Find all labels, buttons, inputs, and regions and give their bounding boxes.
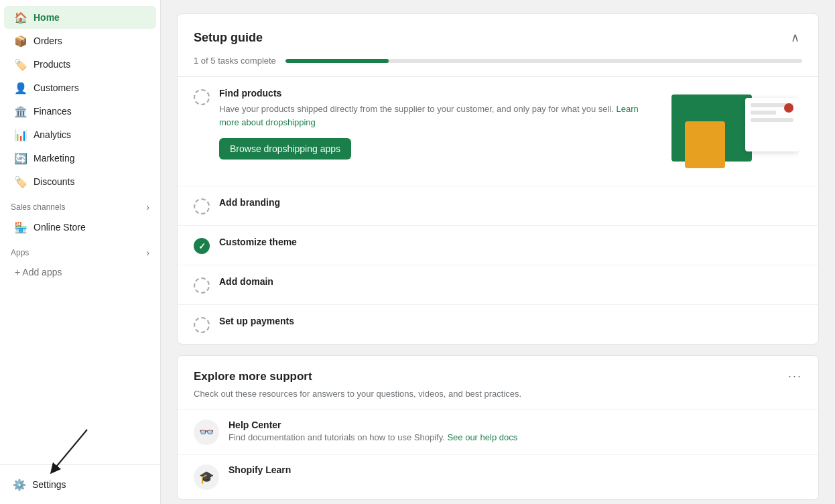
sidebar-item-discounts[interactable]: 🏷️ Discounts [4,170,156,193]
illus-box [685,121,725,168]
explore-support-card: Explore more support ··· Check out these… [177,355,819,500]
marketing-icon: 🔄 [15,152,27,164]
task-find-products-title: Find products [219,88,659,99]
settings-icon: ⚙️ [13,479,25,491]
explore-support-subtitle: Check out these resources for answers to… [178,389,818,410]
sidebar-item-orders-label: Orders [34,36,62,46]
task-add-branding[interactable]: Add branding [178,186,818,226]
sidebar-item-products-label: Products [34,59,70,70]
task-find-products[interactable]: Find products Have your products shipped… [178,77,818,186]
task-find-products-content: Find products Have your products shipped… [219,88,659,160]
task-find-products-desc: Have your products shipped directly from… [219,103,659,129]
sidebar-item-discounts-label: Discounts [34,176,74,187]
shopify-learn-title: Shopify Learn [229,464,291,475]
sidebar-item-finances-label: Finances [34,106,72,117]
task-set-up-payments-title: Set up payments [219,316,294,326]
add-apps-label: + Add apps [15,267,62,277]
customers-icon: 👤 [15,82,27,94]
sidebar-item-analytics-label: Analytics [34,129,71,140]
sidebar-item-settings[interactable]: ⚙️ Settings [11,473,149,496]
apps-chevron: › [146,247,149,258]
sidebar-item-customers[interactable]: 👤 Customers [4,76,156,99]
analytics-icon: 📊 [15,129,27,141]
task-circle-domain [194,277,210,294]
sales-channels-section[interactable]: Sales channels › [0,194,160,215]
tasks-list: Find products Have your products shipped… [178,77,818,344]
home-icon: 🏠 [15,11,27,23]
illus-card [745,98,799,151]
help-center-content: Help Center Find documentation and tutor… [229,420,517,442]
help-center-desc: Find documentation and tutorials on how … [229,432,517,442]
sidebar-footer: ⚙️ Settings [0,464,160,504]
task-circle-theme [194,238,210,254]
sidebar-item-add-apps[interactable]: + Add apps [4,261,156,283]
task-circle-payments [194,317,210,333]
support-item-shopify-learn[interactable]: 🎓 Shopify Learn [178,454,818,499]
explore-more-options-button[interactable]: ··· [788,369,802,383]
task-customize-theme-title: Customize theme [219,237,297,247]
sidebar-item-customers-label: Customers [34,82,79,93]
main-content: Setup guide ∧ 1 of 5 tasks complete Find… [161,0,835,504]
shopify-learn-content: Shopify Learn [229,464,291,477]
explore-support-title: Explore more support [194,370,312,383]
sidebar-item-home[interactable]: 🏠 Home [4,6,156,29]
illus-line-3 [751,118,793,122]
collapse-button[interactable]: ∧ [788,27,802,48]
sidebar-item-home-label: Home [34,12,60,23]
shopify-learn-icon: 🎓 [194,464,219,490]
sales-channels-chevron: › [146,202,149,212]
sidebar-item-marketing[interactable]: 🔄 Marketing [4,147,156,170]
sidebar-item-analytics[interactable]: 📊 Analytics [4,123,156,146]
task-add-domain[interactable]: Add domain [178,265,818,305]
apps-section[interactable]: Apps › [0,239,160,261]
setup-guide-header: Setup guide ∧ [178,14,818,56]
sidebar-item-online-store-label: Online Store [34,222,86,233]
sidebar-item-orders[interactable]: 📦 Orders [4,29,156,52]
progress-section: 1 of 5 tasks complete [178,56,818,77]
support-item-help-center[interactable]: 👓 Help Center Find documentation and tut… [178,410,818,454]
products-icon: 🏷️ [15,58,27,70]
progress-bar [285,59,802,63]
sidebar-item-finances[interactable]: 🏛️ Finances [4,100,156,123]
task-find-products-illustration [668,88,802,175]
setup-guide-title: Setup guide [194,31,263,45]
illus-line-2 [751,111,776,115]
dropshipping-link[interactable]: Learn more about dropshipping [219,104,639,127]
setup-guide-card: Setup guide ∧ 1 of 5 tasks complete Find… [177,13,819,344]
sales-channels-label: Sales channels [11,202,65,212]
online-store-icon: 🏪 [15,221,27,233]
sidebar-bottom: ⚙️ Settings [0,464,160,504]
task-circle-branding [194,198,210,214]
task-add-domain-title: Add domain [219,276,273,287]
sidebar-item-settings-label: Settings [32,479,66,490]
discounts-icon: 🏷️ [15,176,27,188]
progress-text: 1 of 5 tasks complete [194,56,276,66]
apps-label: Apps [11,248,29,257]
finances-icon: 🏛️ [15,105,27,117]
orders-icon: 📦 [15,35,27,47]
sidebar-nav: 🏠 Home 📦 Orders 🏷️ Products 👤 Customers … [0,0,160,464]
help-center-title: Help Center [229,420,517,430]
task-add-branding-title: Add branding [219,197,280,208]
browse-dropshipping-button[interactable]: Browse dropshipping apps [219,138,351,160]
task-circle-find-products [194,89,210,105]
explore-support-header: Explore more support ··· [178,356,818,389]
task-set-up-payments[interactable]: Set up payments [178,305,818,344]
illus-pin [784,103,793,113]
progress-bar-fill [285,59,389,63]
sidebar-item-online-store[interactable]: 🏪 Online Store [4,216,156,239]
sidebar: 🏠 Home 📦 Orders 🏷️ Products 👤 Customers … [0,0,161,504]
sidebar-item-marketing-label: Marketing [34,153,74,164]
help-docs-link[interactable]: See our help docs [447,432,517,442]
help-center-icon: 👓 [194,420,219,445]
illustration [671,88,799,175]
sidebar-item-products[interactable]: 🏷️ Products [4,53,156,76]
task-customize-theme[interactable]: Customize theme [178,226,818,265]
